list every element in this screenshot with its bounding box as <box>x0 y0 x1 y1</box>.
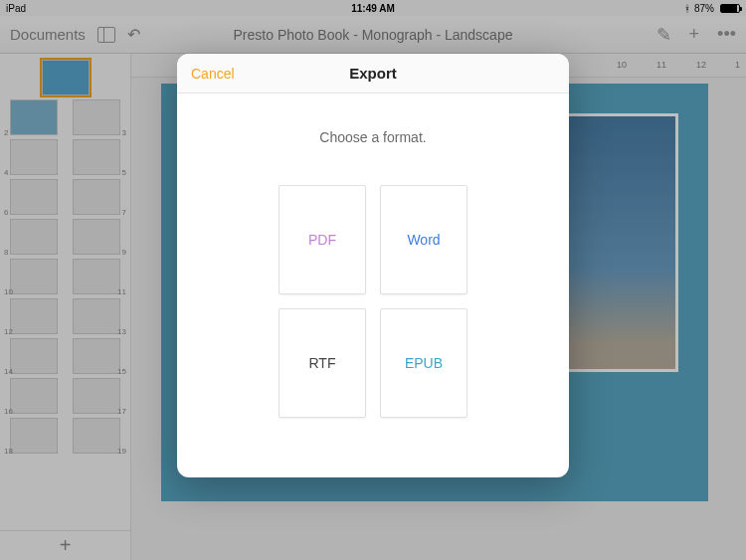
cancel-button[interactable]: Cancel <box>191 66 235 82</box>
export-format-word[interactable]: Word <box>380 185 467 294</box>
export-modal: Cancel Export Choose a format. PDF Word … <box>177 54 569 477</box>
export-format-rtf[interactable]: RTF <box>279 308 366 418</box>
modal-title: Export <box>349 65 397 82</box>
export-format-pdf[interactable]: PDF <box>279 185 366 294</box>
modal-subtitle: Choose a format. <box>177 129 569 145</box>
export-format-epub[interactable]: EPUB <box>380 308 467 418</box>
